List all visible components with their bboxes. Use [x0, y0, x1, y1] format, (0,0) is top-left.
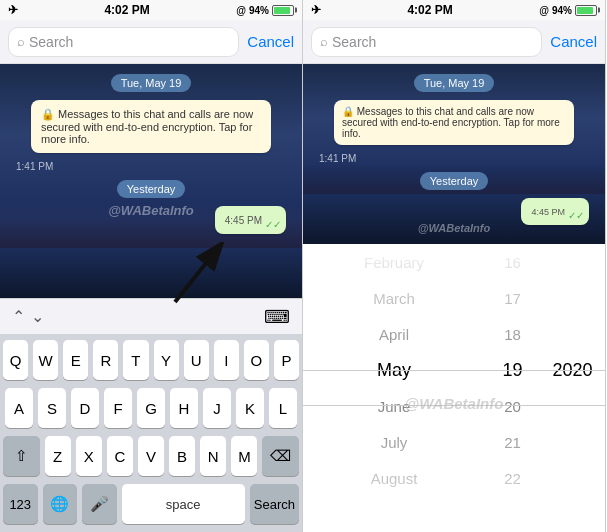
key-a[interactable]: A — [5, 388, 33, 428]
key-r[interactable]: R — [93, 340, 118, 380]
kb-row-3: ⇧ Z X C V B N M ⌫ — [3, 436, 299, 476]
kb-row-1: Q W E R T Y U I O P — [3, 340, 299, 380]
key-l[interactable]: L — [269, 388, 297, 428]
picker-day-16[interactable]: 16 — [485, 244, 540, 280]
key-q[interactable]: Q — [3, 340, 28, 380]
key-w[interactable]: W — [33, 340, 58, 380]
space-key[interactable]: space — [122, 484, 245, 524]
key-u[interactable]: U — [184, 340, 209, 380]
key-x[interactable]: X — [76, 436, 102, 476]
chat-area-left: Tue, May 19 🔒 Messages to this chat and … — [0, 64, 302, 298]
chat-toolbar-left: ⌃ ⌄ ⌨ — [0, 298, 302, 334]
picker-day-18[interactable]: 18 — [485, 316, 540, 352]
msg-time-1-left: 1:41 PM — [16, 161, 53, 172]
key-s[interactable]: S — [38, 388, 66, 428]
keyboard-left: Q W E R T Y U I O P A S D F G H J K L ⇧ … — [0, 334, 302, 532]
cancel-button-right[interactable]: Cancel — [550, 33, 597, 50]
picker-month-april[interactable]: April — [303, 316, 485, 352]
delete-key[interactable]: ⌫ — [262, 436, 299, 476]
chevron-down-button[interactable]: ⌄ — [31, 307, 44, 326]
tick-icon-right: ✓✓ — [568, 210, 584, 221]
battery-pct-right: 94% — [552, 5, 572, 16]
key-b[interactable]: B — [169, 436, 195, 476]
key-p[interactable]: P — [274, 340, 299, 380]
search-bar-left: ⌕ Search Cancel — [0, 20, 302, 64]
date-picker[interactable]: February March April May June July Augus… — [303, 244, 605, 532]
msg-time-2-right: 4:45 PM — [531, 207, 565, 217]
yesterday-bubble-left: Yesterday — [117, 180, 186, 198]
picker-year-spacer-6 — [540, 460, 605, 496]
battery-icon-left — [272, 5, 294, 16]
picker-month-may[interactable]: May — [303, 352, 485, 388]
key-d[interactable]: D — [71, 388, 99, 428]
search-input-wrap-left[interactable]: ⌕ Search — [8, 27, 239, 57]
watermark-right-chat: @WABetaInfo — [418, 222, 490, 234]
airplane-icon-right: ✈ — [311, 3, 321, 17]
picker-month-august[interactable]: August — [303, 460, 485, 496]
picker-day-17[interactable]: 17 — [485, 280, 540, 316]
day-picker-col[interactable]: 16 17 18 19 20 21 22 — [485, 244, 540, 532]
search-placeholder-left: Search — [29, 34, 73, 50]
key-z[interactable]: Z — [45, 436, 71, 476]
battery-icon-right — [575, 5, 597, 16]
mic-key[interactable]: 🎤 — [82, 484, 117, 524]
kb-row-bottom: 123 🌐 🎤 space Search — [3, 484, 299, 524]
watermark-left: @WABetaInfo — [108, 203, 194, 218]
month-picker-col[interactable]: February March April May June July Augus… — [303, 244, 485, 532]
key-i[interactable]: I — [214, 340, 239, 380]
key-t[interactable]: T — [123, 340, 148, 380]
keyboard-icon[interactable]: ⌨ — [264, 306, 290, 328]
key-g[interactable]: G — [137, 388, 165, 428]
chat-area-right: Tue, May 19 🔒 Messages to this chat and … — [303, 64, 605, 244]
msg-time-2-left: 4:45 PM — [225, 215, 262, 226]
picker-day-22[interactable]: 22 — [485, 460, 540, 496]
picker-day-19[interactable]: 19 — [485, 352, 540, 388]
picker-month-march[interactable]: March — [303, 280, 485, 316]
key-e[interactable]: E — [63, 340, 88, 380]
search-key-keyboard[interactable]: Search — [250, 484, 299, 524]
status-bar-right: ✈ 4:02 PM @ 94% — [303, 0, 605, 20]
key-n[interactable]: N — [200, 436, 226, 476]
status-time-left: 4:02 PM — [104, 3, 149, 17]
battery-pct-left: 94% — [249, 5, 269, 16]
chevron-up-button[interactable]: ⌃ — [12, 307, 25, 326]
key-c[interactable]: C — [107, 436, 133, 476]
key-j[interactable]: J — [203, 388, 231, 428]
picker-month-july[interactable]: July — [303, 424, 485, 460]
lock-icon-left: 🔒 — [41, 108, 58, 120]
year-picker-col[interactable]: 2020 — [540, 244, 605, 532]
globe-key[interactable]: 🌐 — [43, 484, 78, 524]
search-placeholder-right: Search — [332, 34, 376, 50]
key-f[interactable]: F — [104, 388, 132, 428]
status-left-right: ✈ — [311, 3, 321, 17]
key-o[interactable]: O — [244, 340, 269, 380]
cancel-button-left[interactable]: Cancel — [247, 33, 294, 50]
numbers-key[interactable]: 123 — [3, 484, 38, 524]
picker-year-spacer-3 — [540, 316, 605, 352]
svg-line-1 — [175, 252, 215, 302]
key-k[interactable]: K — [236, 388, 264, 428]
search-input-wrap-right[interactable]: ⌕ Search — [311, 27, 542, 57]
shift-key[interactable]: ⇧ — [3, 436, 40, 476]
key-y[interactable]: Y — [154, 340, 179, 380]
chat-messages-left: Tue, May 19 🔒 Messages to this chat and … — [0, 64, 302, 298]
system-message-right: 🔒 Messages to this chat and calls are no… — [334, 100, 574, 145]
green-message-left: 4:45 PM ✓✓ — [215, 206, 286, 234]
key-h[interactable]: H — [170, 388, 198, 428]
status-left: ✈ — [8, 3, 18, 17]
picker-year-spacer-2 — [540, 280, 605, 316]
kb-row-2: A S D F G H J K L — [3, 388, 299, 428]
picker-day-21[interactable]: 21 — [485, 424, 540, 460]
picker-month-february[interactable]: February — [303, 244, 485, 280]
yesterday-bubble-right: Yesterday — [420, 172, 489, 190]
picker-year-2020[interactable]: 2020 — [540, 352, 605, 388]
watermark-right-picker: @WABetaInfo — [405, 395, 504, 412]
search-icon-right: ⌕ — [320, 34, 328, 49]
status-bar-left: ✈ 4:02 PM @ 94% — [0, 0, 302, 20]
status-right-left: @ 94% — [236, 5, 294, 16]
key-v[interactable]: V — [138, 436, 164, 476]
status-right-right: @ 94% — [539, 5, 597, 16]
key-m[interactable]: M — [231, 436, 257, 476]
signal-icon: @ — [236, 5, 246, 16]
picker-scroll: February March April May June July Augus… — [303, 244, 605, 532]
